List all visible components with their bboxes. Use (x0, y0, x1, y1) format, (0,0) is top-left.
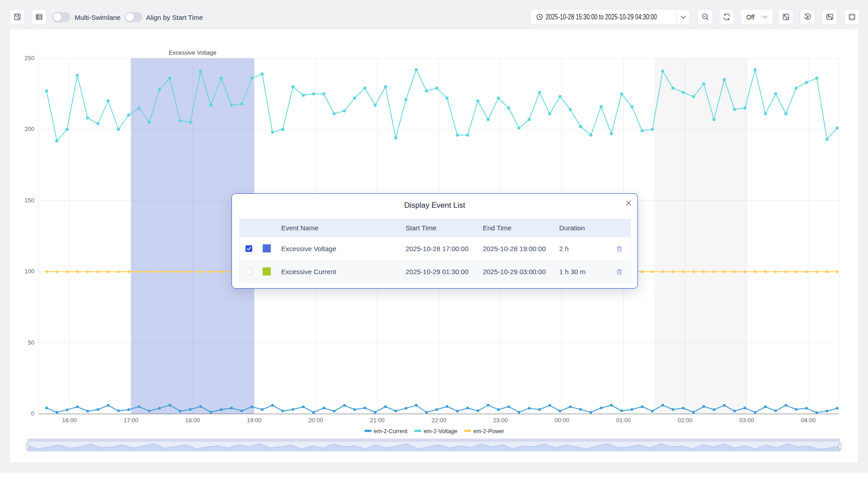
svg-text:21:00: 21:00 (370, 417, 385, 424)
svg-text:00:00: 00:00 (555, 417, 570, 424)
svg-text:em-2-Power: em-2-Power (473, 428, 504, 434)
svg-text:0: 0 (31, 410, 34, 417)
svg-text:50: 50 (28, 339, 34, 346)
svg-text:16:00: 16:00 (62, 417, 77, 424)
svg-text:200: 200 (24, 126, 34, 132)
svg-text:100: 100 (24, 268, 34, 275)
svg-text:02:00: 02:00 (678, 417, 693, 424)
svg-text:150: 150 (24, 197, 34, 204)
svg-text:em-2-Voltage: em-2-Voltage (424, 428, 457, 434)
svg-text:em-2-Current: em-2-Current (374, 428, 408, 434)
svg-text:19:00: 19:00 (247, 417, 262, 424)
svg-text:18:00: 18:00 (185, 417, 200, 424)
svg-text:20:00: 20:00 (308, 417, 323, 424)
svg-text:23:00: 23:00 (493, 417, 508, 424)
svg-text:250: 250 (24, 55, 34, 61)
svg-text:17:00: 17:00 (124, 417, 139, 424)
svg-text:03:00: 03:00 (739, 417, 754, 424)
svg-text:Excessive Voltage: Excessive Voltage (169, 49, 217, 56)
svg-text:04:00: 04:00 (801, 417, 816, 424)
svg-text:01:00: 01:00 (616, 417, 631, 424)
svg-text:22:00: 22:00 (431, 417, 446, 424)
